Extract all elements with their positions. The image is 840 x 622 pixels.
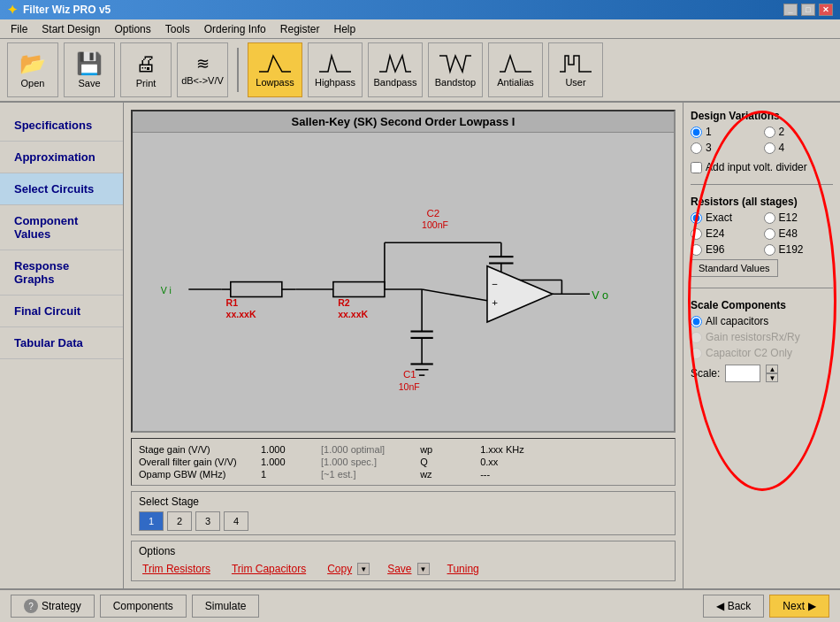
menu-register[interactable]: Register [273,21,327,37]
sidebar-item-response-graphs[interactable]: Response Graphs [0,250,123,296]
circuit-panel: Sallen-Key (SK) Second Order Lowpass I V… [131,110,676,433]
wp-value: 1.xxx KHz [480,444,524,455]
stage-btn-3[interactable]: 3 [195,511,220,531]
bandpass-label: Bandpass [374,77,417,88]
user-waveform-icon [558,52,593,75]
save-dropdown-arrow[interactable]: ▼ [417,563,430,575]
stage-select-label: Select Stage [139,495,668,508]
sidebar-item-specifications[interactable]: Specifications [0,110,123,142]
tuning-btn[interactable]: Tuning [444,561,483,577]
input-divider-row: Add input volt. divider [691,161,833,173]
svg-rect-10 [333,282,385,297]
resistor-e192-radio[interactable] [764,244,775,256]
menu-tools[interactable]: Tools [158,21,197,37]
save-icon: 💾 [76,51,103,76]
standard-values-btn[interactable]: Standard Values [691,259,778,277]
next-btn[interactable]: Next ▶ [769,595,829,618]
resistor-e96-radio[interactable] [691,244,702,256]
sidebar-item-select-circuits[interactable]: Select Circuits [0,173,123,205]
info-row-q: Q 0.xx [420,457,524,467]
design-var-label-4: 4 [779,142,785,154]
svg-marker-30 [487,266,553,322]
strategy-btn[interactable]: ? Strategy [11,595,95,618]
svg-text:R2: R2 [338,297,350,308]
save-btn[interactable]: Save [384,561,415,577]
components-btn[interactable]: Components [100,595,187,618]
resistor-e48-radio[interactable] [764,228,775,240]
resistor-e24-radio[interactable] [691,228,702,240]
input-divider-checkbox[interactable] [691,162,702,173]
sidebar-item-component-values[interactable]: Component Values [0,205,123,250]
svg-text:−: − [492,278,498,289]
resistor-e12-radio[interactable] [764,212,775,224]
info-row-wz: wz --- [420,469,524,480]
sidebar-item-tabular-data[interactable]: Tabular Data [0,327,123,359]
menu-file[interactable]: File [4,21,34,37]
resistors-title: Resistors (all stages) [691,196,833,208]
scale-all-capacitors-radio[interactable] [691,316,702,327]
menu-bar: File Start Design Options Tools Ordering… [0,19,840,39]
resistor-exact-label: Exact [706,211,732,224]
resistor-exact-radio[interactable] [691,212,702,224]
scale-input[interactable] [725,365,760,382]
design-var-radio-1[interactable] [691,127,702,138]
back-icon: ◀ [716,600,724,612]
minimize-btn[interactable]: _ [783,4,798,16]
db-vv-label: dB<->V/V [181,75,224,86]
sidebar-item-final-circuit[interactable]: Final Circuit [0,296,123,327]
svg-rect-5 [231,282,282,297]
menu-start-design[interactable]: Start Design [34,21,107,37]
scale-all-capacitors: All capacitors [691,315,833,327]
toolbar-antialias[interactable]: Antialias [488,42,543,97]
sidebar: Specifications Approximation Select Circ… [0,103,124,588]
toolbar-user[interactable]: User [548,42,603,97]
stage-btn-2[interactable]: 2 [167,511,192,531]
info-panel: Stage gain (V/V) 1.000 [1.000 optimal] O… [131,438,676,486]
menu-options[interactable]: Options [107,21,157,37]
toolbar-bandpass[interactable]: Bandpass [368,42,423,97]
filter-gain-label: Overall filter gain (V/V) [139,457,254,467]
lowpass-label: Lowpass [256,77,294,88]
scale-up-btn[interactable]: ▲ [766,365,778,373]
design-variations-options: 1 2 3 4 [691,126,833,154]
stage-btn-1[interactable]: 1 [139,511,164,531]
toolbar-bandstop[interactable]: Bandstop [428,42,483,97]
main-layout: Specifications Approximation Select Circ… [0,103,840,588]
copy-btn[interactable]: Copy [324,561,355,577]
sidebar-item-approximation[interactable]: Approximation [0,142,123,173]
scale-down-btn[interactable]: ▼ [766,373,778,382]
gbw-label: Opamp GBW (MHz) [139,469,254,480]
toolbar-save[interactable]: 💾 Save [64,42,115,97]
maximize-btn[interactable]: □ [801,4,815,16]
toolbar-print[interactable]: 🖨 Print [120,42,172,97]
simulate-btn[interactable]: Simulate [192,595,260,618]
svg-text:C1: C1 [403,368,416,380]
design-var-radio-2[interactable] [764,127,775,138]
copy-dropdown-arrow[interactable]: ▼ [357,563,370,575]
toolbar-open[interactable]: 📂 Open [7,42,58,97]
scale-cap-c2-label: Capacitor C2 Only [706,347,792,359]
svg-text:C2: C2 [426,207,439,219]
menu-ordering-info[interactable]: Ordering Info [197,21,273,37]
toolbar-db-vv[interactable]: ≋ dB<->V/V [177,42,228,97]
design-var-radio-4[interactable] [764,142,775,154]
stage-btn-4[interactable]: 4 [224,511,248,531]
design-var-radio-3[interactable] [691,142,702,154]
components-label: Components [113,600,173,612]
close-btn[interactable]: ✕ [819,4,833,16]
toolbar-lowpass[interactable]: Lowpass [248,42,302,97]
bottom-bar: ? Strategy Components Simulate ◀ Back Ne… [0,588,840,622]
design-var-label-1: 1 [706,126,712,138]
design-var-1: 1 [691,126,760,138]
menu-help[interactable]: Help [326,21,363,37]
back-btn[interactable]: ◀ Back [703,595,765,618]
options-row: Trim Resistors Trim Capacitors Copy ▼ Sa… [139,561,668,577]
trim-resistors-btn[interactable]: Trim Resistors [139,561,214,577]
stage-panel: Select Stage 1 2 3 4 [131,491,676,535]
scale-gain-resistors-radio [691,332,702,343]
lowpass-waveform-icon [257,52,293,75]
design-var-label-2: 2 [779,126,785,138]
trim-capacitors-btn[interactable]: Trim Capacitors [228,561,309,577]
toolbar-highpass[interactable]: Highpass [308,42,363,97]
filter-gain-spec: [1.000 spec.] [321,457,377,467]
